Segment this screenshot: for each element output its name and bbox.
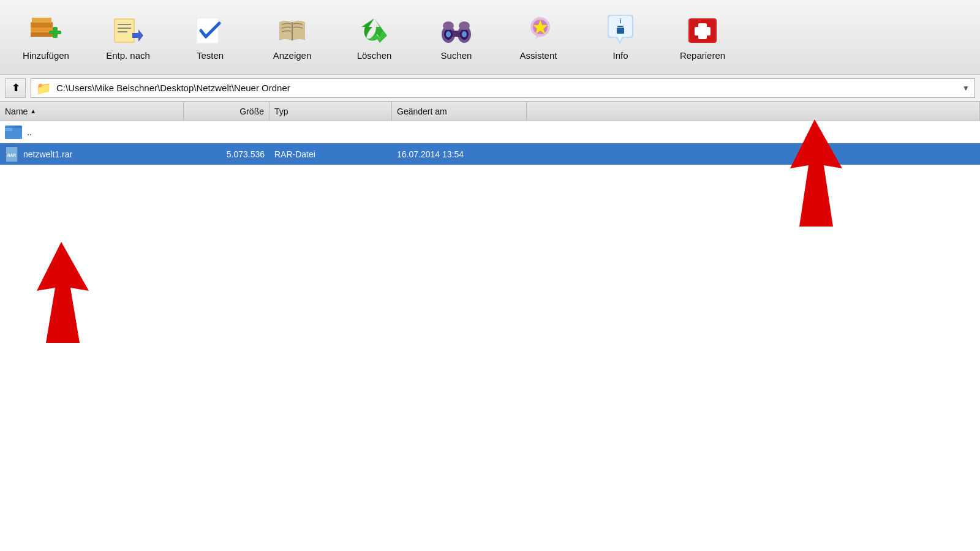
svg-rect-35 <box>5 128 12 131</box>
svg-text:RAR: RAR <box>7 152 16 157</box>
parent-name-text: .. <box>27 127 32 137</box>
rar-file-icon: RAR <box>5 146 18 162</box>
hinzufuegen-icon <box>28 13 64 48</box>
hinzufuegen-label: Hinzufügen <box>23 50 69 61</box>
parent-folder-icon <box>5 126 22 139</box>
assistent-label: Assistent <box>520 50 557 61</box>
svg-rect-29 <box>617 28 624 34</box>
toolbar-hinzufuegen[interactable]: Hinzufügen <box>6 4 86 70</box>
address-dropdown[interactable]: ▼ <box>962 84 970 92</box>
testen-label: Testen <box>197 50 224 61</box>
svg-point-22 <box>459 21 470 30</box>
svg-text:i: i <box>620 18 622 24</box>
sort-arrow: ▲ <box>30 108 36 114</box>
col-size-label: Größe <box>239 107 264 116</box>
loeschen-icon <box>356 13 392 48</box>
toolbar-info[interactable]: i Info <box>581 4 660 70</box>
info-label: Info <box>612 50 628 61</box>
toolbar-testen[interactable]: Testen <box>170 4 250 70</box>
toolbar-suchen[interactable]: Suchen <box>417 4 496 70</box>
rar-size-cell: 5.073.536 <box>184 143 270 165</box>
rar-name-cell: RAR netzwelt1.rar <box>0 143 184 165</box>
address-bar: 📁 C:\Users\Mike Belschner\Desktop\Netzwe… <box>31 78 975 98</box>
address-container: ⬆ 📁 C:\Users\Mike Belschner\Desktop\Netz… <box>0 75 980 102</box>
rar-type-text: RAR-Datei <box>274 149 315 159</box>
toolbar-entp-nach[interactable]: Entp. nach <box>88 4 168 70</box>
address-folder-icon: 📁 <box>36 81 51 96</box>
assistent-icon <box>521 13 556 48</box>
col-name-label: Name <box>5 107 28 116</box>
file-row-parent[interactable]: .. <box>0 121 980 143</box>
toolbar: Hinzufügen Entp. nach <box>0 0 980 75</box>
testen-icon <box>192 13 228 48</box>
svg-rect-7 <box>115 20 134 42</box>
toolbar-assistent[interactable]: Assistent <box>499 4 578 70</box>
suchen-icon <box>439 13 474 48</box>
col-header-type[interactable]: Typ <box>270 102 392 121</box>
column-headers: Name ▲ Größe Typ Geändert am <box>0 102 980 121</box>
svg-point-21 <box>443 21 454 30</box>
reparieren-icon <box>685 13 720 48</box>
svg-rect-3 <box>32 18 51 23</box>
rar-size-text: 5.073.536 <box>227 149 265 159</box>
parent-name-cell: .. <box>0 121 184 143</box>
file-row-rar[interactable]: RAR netzwelt1.rar 5.073.536 RAR-Datei 16… <box>0 143 980 165</box>
svg-rect-5 <box>53 27 58 38</box>
col-date-label: Geändert am <box>397 107 447 116</box>
anzeigen-label: Anzeigen <box>273 50 312 61</box>
entp-nach-icon <box>110 13 146 48</box>
file-list-container: Name ▲ Größe Typ Geändert am <box>0 102 980 551</box>
parent-date-cell <box>392 121 527 143</box>
reparieren-label: Reparieren <box>680 50 725 61</box>
svg-point-20 <box>462 31 467 37</box>
toolbar-reparieren[interactable]: Reparieren <box>663 4 742 70</box>
svg-point-19 <box>446 31 451 37</box>
entp-nach-label: Entp. nach <box>106 50 150 61</box>
main-window: Hinzufügen Entp. nach <box>0 0 980 551</box>
anzeigen-icon <box>274 13 310 48</box>
suchen-label: Suchen <box>441 50 472 61</box>
rar-type-cell: RAR-Datei <box>270 143 392 165</box>
svg-rect-2 <box>31 22 53 28</box>
svg-rect-28 <box>617 26 624 27</box>
toolbar-loeschen[interactable]: Löschen <box>334 4 414 70</box>
svg-rect-33 <box>695 27 710 36</box>
up-button[interactable]: ⬆ <box>5 78 26 98</box>
parent-size-cell <box>184 121 270 143</box>
col-header-date[interactable]: Geändert am <box>392 102 527 121</box>
svg-rect-16 <box>452 31 461 37</box>
rar-name-text: netzwelt1.rar <box>23 149 72 159</box>
col-header-name[interactable]: Name ▲ <box>0 102 184 121</box>
col-header-size[interactable]: Größe <box>184 102 270 121</box>
info-icon: i <box>603 13 638 48</box>
rar-date-cell: 16.07.2014 13:54 <box>392 143 527 165</box>
loeschen-label: Löschen <box>357 50 392 61</box>
col-type-label: Typ <box>274 107 288 116</box>
address-path: C:\Users\Mike Belschner\Desktop\Netzwelt… <box>56 83 957 93</box>
parent-type-cell <box>270 121 392 143</box>
toolbar-anzeigen[interactable]: Anzeigen <box>252 4 332 70</box>
rar-date-text: 16.07.2014 13:54 <box>397 149 464 159</box>
col-header-rest <box>527 102 980 121</box>
